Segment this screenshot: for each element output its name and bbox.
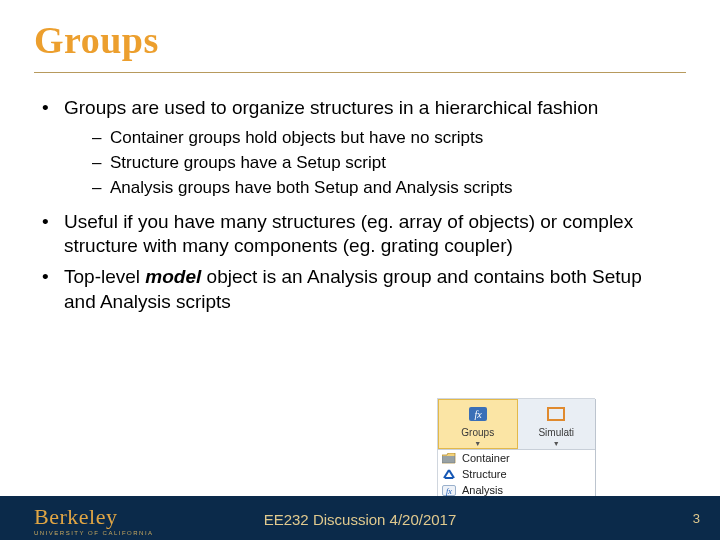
title-underline bbox=[34, 72, 686, 73]
ribbon-button-label: Groups bbox=[461, 427, 494, 438]
bullet-dot-icon: • bbox=[42, 265, 64, 290]
menu-item-structure[interactable]: Structure bbox=[438, 466, 595, 482]
slide-body: • Groups are used to organize structures… bbox=[42, 96, 662, 320]
sub-bullet-text: Structure groups have a Setup script bbox=[110, 152, 662, 175]
sub-bullet-item: – Container groups hold objects but have… bbox=[92, 127, 662, 150]
dash-icon: – bbox=[92, 127, 110, 150]
sub-list: – Container groups hold objects but have… bbox=[92, 127, 662, 200]
slide-title: Groups bbox=[34, 18, 159, 62]
svg-rect-2 bbox=[548, 408, 564, 420]
structure-icon bbox=[442, 468, 456, 480]
bullet-dot-icon: • bbox=[42, 210, 64, 235]
bullet-item: • Useful if you have many structures (eg… bbox=[42, 210, 662, 259]
logo-tagline: UNIVERSITY OF CALIFORNIA bbox=[34, 530, 154, 536]
emphasized-word: model bbox=[145, 266, 201, 287]
sub-bullet-text: Analysis groups have both Setup and Anal… bbox=[110, 177, 662, 200]
ribbon-button-groups[interactable]: fx Groups ▼ bbox=[438, 399, 518, 449]
ribbon-button-simulation[interactable]: Simulati ▼ bbox=[518, 399, 596, 449]
bullet-text: Useful if you have many structures (eg. … bbox=[64, 210, 662, 259]
sub-bullet-item: – Analysis groups have both Setup and An… bbox=[92, 177, 662, 200]
text-fragment: Top-level bbox=[64, 266, 145, 287]
dash-icon: – bbox=[92, 177, 110, 200]
ribbon-screenshot: fx Groups ▼ Simulati ▼ bbox=[437, 398, 595, 496]
bullet-text: Top-level model object is an Analysis gr… bbox=[64, 265, 662, 314]
chevron-down-icon: ▼ bbox=[553, 440, 560, 447]
svg-rect-3 bbox=[442, 456, 455, 463]
svg-line-5 bbox=[449, 470, 454, 478]
ribbon-row: fx Groups ▼ Simulati ▼ bbox=[438, 399, 595, 449]
bullet-dot-icon: • bbox=[42, 96, 64, 121]
fx-group-icon: fx bbox=[467, 403, 489, 425]
svg-text:fx: fx bbox=[446, 486, 452, 495]
menu-item-label: Container bbox=[462, 452, 510, 464]
dash-icon: – bbox=[92, 152, 110, 175]
folder-icon bbox=[442, 452, 456, 464]
simulation-region-icon bbox=[545, 403, 567, 425]
sub-bullet-item: – Structure groups have a Setup script bbox=[92, 152, 662, 175]
chevron-down-icon: ▼ bbox=[474, 440, 481, 447]
svg-line-4 bbox=[444, 470, 449, 478]
fx-small-icon: fx bbox=[442, 484, 456, 496]
ribbon-button-label: Simulati bbox=[538, 427, 574, 438]
bullet-item: • Groups are used to organize structures… bbox=[42, 96, 662, 121]
menu-item-label: Analysis bbox=[462, 484, 503, 496]
page-number: 3 bbox=[693, 511, 700, 526]
bullet-text: Groups are used to organize structures i… bbox=[64, 96, 662, 121]
bullet-item: • Top-level model object is an Analysis … bbox=[42, 265, 662, 314]
menu-item-label: Structure bbox=[462, 468, 507, 480]
footer-center-text: EE232 Discussion 4/20/2017 bbox=[0, 511, 720, 528]
svg-text:fx: fx bbox=[474, 409, 482, 420]
dropdown-menu: Container Structure fx bbox=[438, 449, 595, 498]
sub-bullet-text: Container groups hold objects but have n… bbox=[110, 127, 662, 150]
slide: Groups • Groups are used to organize str… bbox=[0, 0, 720, 540]
menu-item-container[interactable]: Container bbox=[438, 450, 595, 466]
